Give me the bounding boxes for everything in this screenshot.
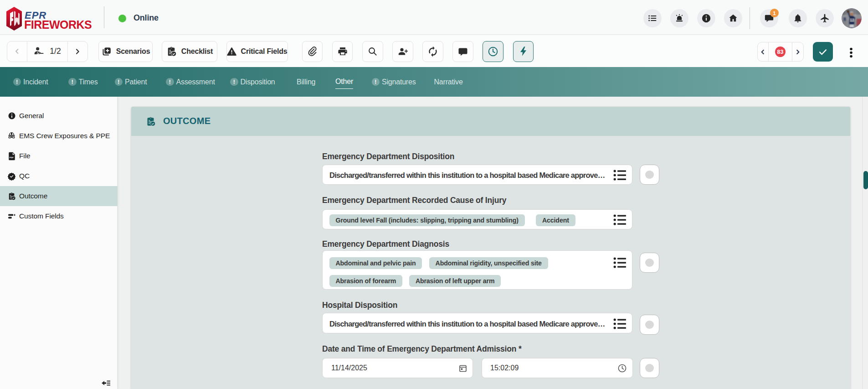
svg-text:12: 12	[850, 18, 854, 22]
svg-text:PDF: PDF	[9, 156, 13, 159]
